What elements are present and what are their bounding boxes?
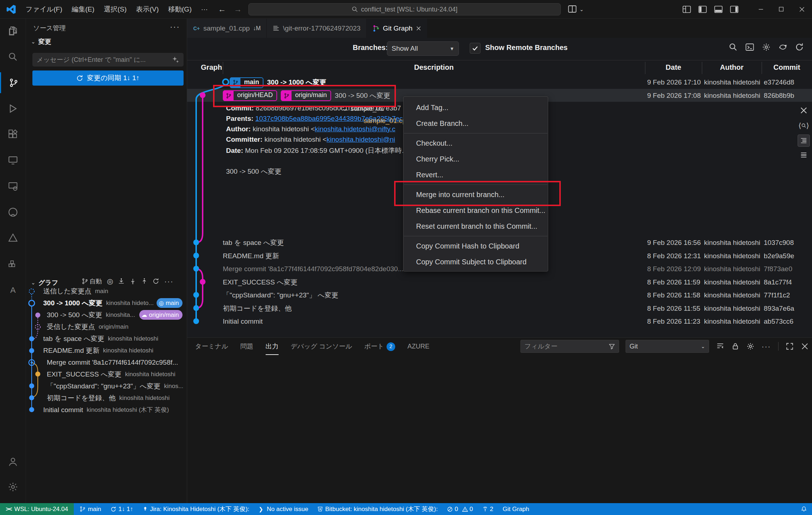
menu-item-create-branch-[interactable]: Create Branch... [403, 115, 548, 131]
menu-item-reset-current-branch-to-this-commit-[interactable]: Reset current branch to this Commit... [403, 218, 548, 234]
maximize-button[interactable] [771, 0, 791, 18]
sync-changes-button[interactable]: 変更の同期 1↓ 1↑ [32, 70, 184, 86]
more-actions-icon[interactable]: ··· [164, 277, 173, 286]
graph-list-item[interactable]: Initial commitkinoshita hidetoshi (木下 英俊… [43, 404, 183, 416]
customize-layout-icon[interactable] [682, 5, 691, 14]
menu-item-cherry-pick-[interactable]: Cherry Pick... [403, 151, 548, 167]
run-and-debug-icon[interactable] [0, 98, 26, 119]
graph-list-item[interactable]: EXIT_SUCCESS へ変更kinoshita hidetoshi [47, 368, 183, 380]
panel-tab-デバッグ コンソール[interactable]: デバッグ コンソール [291, 338, 352, 355]
panel-tab-ターミナル[interactable]: ターミナル [195, 338, 228, 355]
committer-email-link[interactable]: kinoshita.hidetoshi@ni [326, 136, 395, 143]
bell-icon[interactable] [801, 506, 807, 512]
lock-icon[interactable] [731, 342, 739, 350]
column-header-date[interactable]: Date [645, 63, 702, 72]
refresh-icon[interactable] [795, 43, 804, 51]
maximize-panel-icon[interactable] [786, 342, 794, 350]
split-editor-icon[interactable] [568, 5, 577, 13]
active-issue-indicator[interactable]: ❯ No active issue [259, 506, 308, 513]
refresh-icon[interactable] [153, 278, 159, 284]
pull-icon[interactable] [130, 278, 136, 284]
graph-list-item[interactable]: README.md 更新kinoshita hidetoshi [43, 345, 183, 356]
target-icon[interactable]: ◎ [107, 277, 113, 286]
tab--git-error-1770624972023[interactable]: \git-error-1770624972023 [267, 19, 367, 38]
graph-list-item[interactable]: 受信した変更点origin/main [47, 321, 183, 333]
tab-git-graph[interactable]: Git Graph [367, 19, 428, 38]
graph-list-item[interactable]: tab を space へ変更kinoshita hidetoshi [43, 333, 183, 345]
extensions-icon[interactable] [0, 124, 26, 145]
commit-row-ab573cc6[interactable]: Initial commit8 Feb 2026 11:23kinoshita … [187, 315, 812, 328]
problems-indicator[interactable]: 0 0 [447, 506, 473, 513]
menu-item-copy-commit-hash-to-clipboard[interactable]: Copy Commit Hash to Clipboard [403, 238, 548, 254]
branch-indicator[interactable]: main [80, 506, 101, 513]
remote-tunnels-icon[interactable] [0, 176, 26, 197]
azure-icon[interactable]: A [0, 279, 26, 300]
more-actions-icon[interactable]: ··· [170, 22, 180, 32]
file-list-view-icon[interactable] [798, 149, 810, 161]
column-header-commit[interactable]: Commit [762, 63, 812, 72]
commit-row-893a7e6a[interactable]: 初期コードを登録、他8 Feb 2026 11:55kinoshita hide… [187, 302, 812, 315]
fetch-icon[interactable] [118, 278, 125, 284]
close-icon[interactable] [416, 26, 421, 31]
chevron-down-icon[interactable]: ⌄ [579, 6, 584, 12]
code-review-icon[interactable]: ⟨⟩ [798, 119, 810, 132]
commit-row-8a1c77f4[interactable]: EXIT_SUCCESS へ変更8 Feb 2026 11:59kinoshit… [187, 275, 812, 289]
menu-item-2[interactable]: 選択(S) [99, 3, 131, 16]
search-icon[interactable] [0, 46, 26, 67]
sync-indicator[interactable]: 1↓ 1↑ [110, 506, 133, 513]
menu-item-revert-[interactable]: Revert... [403, 167, 548, 183]
containers-icon[interactable] [0, 254, 26, 274]
panel-tab-ポート[interactable]: ポート2 [364, 338, 395, 355]
menu-item-copy-commit-subject-to-clipboard[interactable]: Copy Commit Subject to Clipboard [403, 254, 548, 270]
menu-item-3[interactable]: 表示(V) [131, 3, 163, 16]
commit-message-input[interactable]: メッセージ (Ctrl+Enter で "main" に... [32, 53, 184, 67]
remote-indicator[interactable]: >< WSL: Ubuntu-24.04 [0, 503, 74, 515]
output-channel-dropdown[interactable]: Git ⌄ [626, 340, 709, 353]
gear-icon[interactable] [762, 43, 771, 51]
graph-list-item[interactable]: 「"cppStandard": "gnu++23"」へ変更kinos... [47, 380, 183, 392]
close-details-icon[interactable] [798, 104, 810, 117]
source-control-icon[interactable] [0, 72, 26, 93]
branch-badge-main[interactable]: ◎main [157, 298, 182, 308]
commit-row-77f1f1c2[interactable]: 「"cppStandard": "gnu++23"」 へ変更8 Feb 2026… [187, 288, 812, 302]
panel-tab-問題[interactable]: 問題 [240, 338, 253, 355]
ports-indicator[interactable]: 2 [482, 506, 493, 513]
accounts-icon[interactable] [0, 451, 26, 472]
menu-item-0[interactable]: ファイル(F) [21, 3, 67, 16]
close-window-button[interactable] [791, 0, 812, 18]
panel-tab-AZURE[interactable]: AZURE [407, 338, 429, 355]
graph-list-item[interactable]: 初期コードを登録、他kinoshita hidetoshi [47, 392, 183, 404]
jira-indicator[interactable]: Jira: Kinoshita Hidetoshi (木下 英俊): [143, 505, 249, 513]
gear-icon[interactable] [746, 342, 754, 350]
testing-icon[interactable] [0, 228, 26, 249]
toggle-primary-sidebar-icon[interactable] [698, 5, 707, 14]
search-icon[interactable] [729, 43, 737, 51]
remote-explorer-icon[interactable] [0, 150, 26, 171]
filter-input[interactable]: フィルター [520, 340, 619, 353]
sparkle-icon[interactable] [172, 56, 179, 63]
word-wrap-icon[interactable] [716, 342, 724, 350]
more-actions-icon[interactable]: ··· [762, 342, 771, 351]
menu-item-checkout-[interactable]: Checkout... [403, 135, 548, 151]
menu-item-5[interactable]: ··· [196, 3, 212, 16]
branches-dropdown[interactable]: Show All ▼ [387, 41, 459, 56]
push-icon[interactable] [141, 278, 148, 284]
menu-item-1[interactable]: 編集(E) [67, 3, 99, 16]
tab-sample-01-cpp[interactable]: C+sample_01.cpp↓M [187, 19, 267, 38]
git-graph-status-item[interactable]: Git Graph [503, 506, 529, 513]
close-panel-icon[interactable] [801, 342, 809, 350]
bitbucket-indicator[interactable]: Bitbucket: kinoshita hidetoshi (木下 英俊): [317, 505, 438, 513]
column-header-author[interactable]: Author [702, 63, 762, 72]
changes-section-header[interactable]: ⌄ 変更 [31, 37, 51, 46]
back-arrow-icon[interactable]: ← [216, 5, 228, 14]
auto-branch-button[interactable]: 自動 [82, 277, 102, 286]
minimize-button[interactable] [750, 0, 771, 18]
menu-item-add-tag-[interactable]: Add Tag... [403, 100, 548, 115]
show-remote-checkbox[interactable] [470, 43, 481, 54]
github-icon[interactable] [0, 202, 26, 223]
settings-icon[interactable] [0, 477, 26, 497]
file-tree-view-icon[interactable] [798, 135, 810, 147]
toggle-panel-icon[interactable] [714, 5, 723, 14]
graph-list-item[interactable]: 送信した変更点main [43, 285, 183, 297]
column-header-graph[interactable]: Graph [200, 63, 223, 72]
